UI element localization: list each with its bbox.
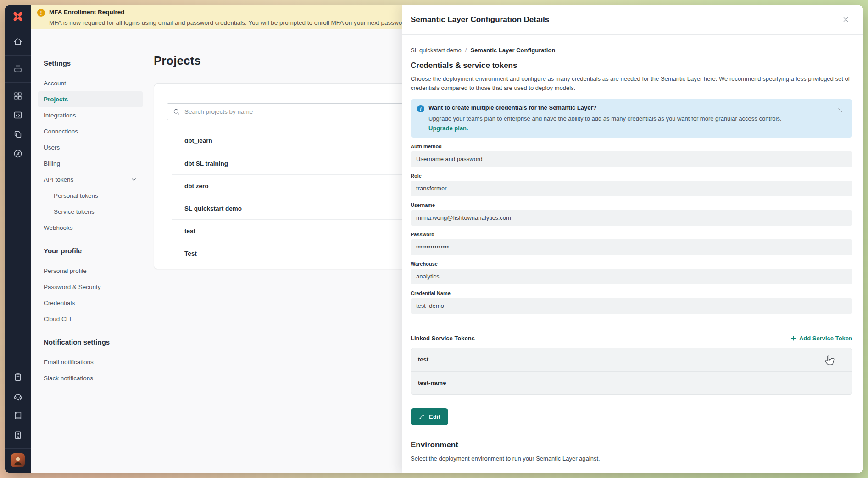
chevron-down-icon: [130, 176, 137, 183]
environment-section-description: Select the deployment environment to run…: [411, 455, 852, 462]
sidebar-item-credentials[interactable]: Credentials: [38, 295, 143, 311]
panel-close-button[interactable]: [840, 14, 851, 26]
info-banner-close-button[interactable]: [834, 104, 846, 116]
field-label: Credential Name: [411, 290, 852, 296]
username-value: mirna.wong@fishtownanalytics.com: [411, 210, 852, 226]
dbt-logo[interactable]: [5, 5, 31, 28]
sidebar-item-account[interactable]: Account: [38, 75, 143, 91]
info-banner-text: Want to create multiple credentials for …: [428, 104, 830, 132]
copy-icon: [13, 129, 23, 139]
add-service-token-label: Add Service Token: [799, 335, 852, 342]
home-button[interactable]: [9, 32, 27, 51]
rail-group-deploy: [5, 56, 31, 83]
warning-icon: !: [37, 9, 45, 17]
docs-icon: [13, 411, 23, 421]
user-avatar[interactable]: [11, 453, 25, 467]
breadcrumb-current: Semantic Layer Configuration: [470, 47, 555, 54]
field-label: Role: [411, 173, 852, 178]
username-field: Username mirna.wong@fishtownanalytics.co…: [411, 202, 852, 226]
dbt-logo-icon: [11, 10, 24, 23]
changelog-button[interactable]: [9, 367, 27, 387]
pencil-icon: [418, 413, 425, 420]
sidebar-item-users[interactable]: Users: [38, 139, 143, 156]
plus-icon: [790, 335, 796, 341]
breadcrumb-separator: /: [465, 47, 467, 54]
credential-name-value: test_demo: [411, 298, 852, 314]
sidebar-item-billing[interactable]: Billing: [38, 156, 143, 172]
app-window: ! MFA Enrollment Required MFA is now req…: [5, 5, 863, 473]
add-service-token-button[interactable]: Add Service Token: [790, 335, 852, 342]
upgrade-plan-link[interactable]: Upgrade plan.: [428, 125, 468, 132]
panel-title: Semantic Layer Configuration Details: [411, 15, 549, 24]
credential-name-field: Credential Name test_demo: [411, 290, 852, 314]
dashboard-button[interactable]: [9, 86, 27, 106]
home-icon: [13, 37, 23, 47]
auth-method-field: Auth method Username and password: [411, 144, 852, 167]
info-banner-title: Want to create multiple credentials for …: [428, 104, 830, 111]
sidebar-item-integrations[interactable]: Integrations: [38, 107, 143, 123]
ide-button[interactable]: [9, 106, 27, 125]
info-icon: i: [417, 105, 424, 112]
role-value: transformer: [411, 181, 852, 196]
search-icon: [172, 108, 180, 116]
docs-button[interactable]: [9, 406, 27, 425]
field-label: Warehouse: [411, 261, 852, 267]
sidebar-item-email-notifications[interactable]: Email notifications: [38, 354, 143, 370]
headset-icon: [13, 391, 23, 401]
building-button[interactable]: [9, 425, 27, 445]
password-value: ••••••••••••••••: [411, 239, 852, 255]
grid-icon: [13, 91, 23, 101]
develop-button[interactable]: [9, 125, 27, 144]
auth-method-value: Username and password: [411, 151, 852, 167]
sidebar-item-service-tokens[interactable]: Service tokens: [38, 204, 143, 220]
warehouse-value: analytics: [411, 269, 852, 284]
linked-tokens-list: test test-name: [411, 348, 852, 395]
sidebar-item-projects[interactable]: Projects: [38, 91, 143, 107]
sidebar-item-password-security[interactable]: Password & Security: [38, 279, 143, 295]
close-icon: [837, 107, 844, 114]
support-button[interactable]: [9, 387, 27, 406]
info-banner-body: Upgrade your teams plan to enterprise an…: [428, 114, 830, 123]
settings-nav: Settings Account Projects Integrations C…: [31, 29, 149, 473]
sidebar-item-slack-notifications[interactable]: Slack notifications: [38, 370, 143, 386]
field-label: Password: [411, 232, 852, 237]
building-icon: [13, 430, 23, 440]
rail-group-home: [5, 28, 31, 56]
deploy-button[interactable]: [9, 59, 27, 78]
token-row: test: [411, 348, 852, 371]
sidebar-item-webhooks[interactable]: Webhooks: [38, 220, 143, 236]
code-window-icon: [13, 110, 23, 120]
sidebar-item-personal-tokens[interactable]: Personal tokens: [38, 188, 143, 204]
settings-nav-title: Settings: [44, 59, 143, 67]
field-label: Username: [411, 202, 852, 208]
close-icon: [842, 16, 850, 23]
linked-tokens-title: Linked Service Tokens: [411, 335, 475, 342]
breadcrumb-project[interactable]: SL quickstart demo: [411, 47, 462, 54]
sidebar-item-api-tokens[interactable]: API tokens: [38, 172, 143, 188]
clipboard-icon: [13, 372, 23, 382]
credentials-section-description: Choose the deployment environment and co…: [411, 74, 852, 93]
app-area: ! MFA Enrollment Required MFA is now req…: [31, 5, 863, 473]
rail-group-help: [5, 364, 31, 448]
credentials-section-title: Credentials & service tokens: [411, 61, 852, 70]
person-icon: [12, 455, 23, 466]
upgrade-info-banner: i Want to create multiple credentials fo…: [411, 99, 852, 138]
compass-icon: [13, 149, 23, 159]
panel-body: SL quickstart demo / Semantic Layer Conf…: [402, 35, 863, 473]
edit-button-label: Edit: [429, 413, 440, 420]
sidebar-item-connections[interactable]: Connections: [38, 123, 143, 139]
panel-header: Semantic Layer Configuration Details: [402, 5, 863, 35]
nav-gap: [44, 236, 143, 247]
rail-avatar-section: [5, 448, 31, 473]
edit-button[interactable]: Edit: [411, 408, 448, 425]
role-field: Role transformer: [411, 173, 852, 196]
linked-tokens-header: Linked Service Tokens Add Service Token: [411, 335, 852, 342]
sidebar-item-personal-profile[interactable]: Personal profile: [38, 263, 143, 279]
environment-section-title: Environment: [411, 440, 852, 450]
password-field: Password ••••••••••••••••: [411, 232, 852, 255]
explore-button[interactable]: [9, 144, 27, 163]
notifications-section-title: Notification settings: [44, 338, 143, 346]
sidebar-item-cloud-cli[interactable]: Cloud CLI: [38, 311, 143, 327]
semantic-layer-panel: Semantic Layer Configuration Details SL …: [402, 5, 863, 473]
warehouse-field: Warehouse analytics: [411, 261, 852, 284]
